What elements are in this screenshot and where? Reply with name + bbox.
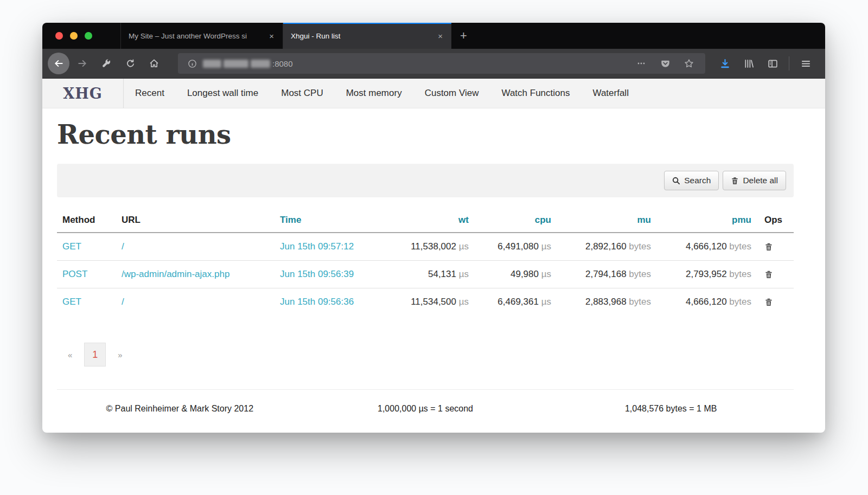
mu-unit: bytes (629, 297, 651, 307)
header-ops: Ops (757, 208, 794, 233)
close-tab-icon[interactable]: × (435, 30, 446, 42)
browser-toolbar: :8080 (42, 49, 825, 79)
main-content: Recent runs Search Delete all (42, 108, 825, 414)
library-button[interactable] (740, 55, 757, 72)
site-info-icon[interactable] (183, 55, 201, 72)
nav-item-longest-wall-time[interactable]: Longest wall time (176, 88, 270, 99)
url-port: :8080 (272, 59, 293, 68)
tab-title: Xhgui - Run list (291, 32, 435, 40)
pmu-unit: bytes (729, 269, 751, 279)
header-time-sort[interactable]: Time (275, 208, 388, 233)
back-button[interactable] (48, 53, 69, 74)
nav-item-most-cpu[interactable]: Most CPU (270, 88, 334, 99)
header-wt-sort[interactable]: wt (388, 208, 474, 233)
delete-run-trash-icon[interactable] (764, 270, 788, 279)
browser-window: My Site – Just another WordPress si × Xh… (42, 23, 825, 433)
header-mu-sort[interactable]: mu (557, 208, 656, 233)
pocket-icon[interactable] (656, 55, 674, 72)
library-icon (744, 59, 754, 69)
tab-my-site[interactable]: My Site – Just another WordPress si × (120, 23, 283, 49)
run-time-link[interactable]: Jun 15th 09:57:12 (280, 241, 354, 252)
pagination: « 1 » (61, 343, 794, 367)
developer-tools-button[interactable] (98, 55, 115, 72)
window-controls (55, 32, 92, 40)
forward-button[interactable] (74, 55, 91, 72)
minimize-window-button[interactable] (70, 32, 78, 40)
url-bar[interactable]: :8080 (178, 53, 705, 74)
cpu-value: 49,980 (510, 269, 539, 279)
run-url-link[interactable]: / (122, 241, 124, 252)
wrench-icon (102, 59, 111, 68)
search-icon (672, 177, 680, 185)
run-method-link[interactable]: GET (62, 241, 81, 252)
close-tab-icon[interactable]: × (266, 30, 277, 42)
run-url-link[interactable]: /wp-admin/admin-ajax.php (122, 269, 229, 279)
wt-unit: µs (459, 297, 469, 307)
cpu-unit: µs (541, 269, 551, 279)
menu-button[interactable] (797, 55, 814, 72)
cpu-unit: µs (541, 297, 551, 307)
header-method: Method (57, 208, 116, 233)
home-icon (149, 59, 159, 68)
pmu-unit: bytes (729, 241, 751, 252)
sidebar-icon (768, 59, 778, 69)
redacted-host-block (203, 60, 221, 68)
run-url-link[interactable]: / (122, 297, 124, 307)
header-pmu-sort[interactable]: pmu (656, 208, 757, 233)
redacted-host-block (251, 60, 270, 68)
nav-item-watch-functions[interactable]: Watch Functions (490, 88, 582, 99)
cpu-unit: µs (541, 241, 551, 252)
wt-value: 54,131 (428, 269, 456, 279)
forward-arrow-icon (78, 59, 87, 68)
mu-value: 2,883,968 (585, 297, 627, 307)
mu-unit: bytes (629, 269, 651, 279)
cpu-value: 6,469,361 (497, 297, 539, 307)
page-actions-icon[interactable] (633, 55, 650, 72)
tab-xhgui-run-list[interactable]: Xhgui - Run list × (283, 23, 451, 49)
mu-value: 2,892,160 (585, 241, 627, 252)
close-window-button[interactable] (55, 32, 63, 40)
run-time-link[interactable]: Jun 15th 09:56:36 (280, 297, 354, 307)
hamburger-icon (801, 59, 811, 69)
nav-item-custom-view[interactable]: Custom View (413, 88, 490, 99)
downloads-button[interactable] (716, 55, 733, 72)
wt-unit: µs (459, 269, 469, 279)
new-tab-button[interactable]: + (451, 23, 476, 49)
header-url: URL (116, 208, 275, 233)
run-method-link[interactable]: POST (62, 269, 87, 279)
reload-button[interactable] (122, 55, 139, 72)
run-time-link[interactable]: Jun 15th 09:56:39 (280, 269, 354, 279)
sidebar-toggle-button[interactable] (764, 55, 781, 72)
search-button[interactable]: Search (664, 171, 719, 190)
nav-items: Recent Longest wall time Most CPU Most m… (124, 79, 640, 108)
pagination-next[interactable]: » (111, 350, 129, 359)
wt-value: 11,538,002 (411, 241, 456, 252)
toolbar-divider (789, 56, 789, 70)
header-cpu-sort[interactable]: cpu (474, 208, 557, 233)
table-row: GET / Jun 15th 09:56:36 11,534,500 µs 6,… (57, 288, 794, 316)
xhgui-logo[interactable]: XHG (42, 79, 124, 108)
url-text: :8080 (203, 59, 293, 68)
actions-panel: Search Delete all (57, 164, 794, 197)
page-footer: © Paul Reinheimer & Mark Story 2012 1,00… (57, 389, 794, 414)
footer-copyright: © Paul Reinheimer & Mark Story 2012 (57, 404, 303, 414)
pmu-value: 4,666,120 (686, 241, 727, 252)
delete-run-trash-icon[interactable] (764, 298, 788, 307)
delete-run-trash-icon[interactable] (764, 242, 788, 252)
run-method-link[interactable]: GET (62, 297, 81, 307)
table-row: GET / Jun 15th 09:57:12 11,538,002 µs 6,… (57, 233, 794, 261)
home-button[interactable] (145, 55, 163, 72)
delete-all-button[interactable]: Delete all (723, 171, 786, 190)
wt-unit: µs (459, 241, 469, 252)
nav-item-most-memory[interactable]: Most memory (335, 88, 413, 99)
pagination-current-page[interactable]: 1 (84, 343, 106, 367)
tab-bar: My Site – Just another WordPress si × Xh… (42, 23, 825, 49)
table-row: POST /wp-admin/admin-ajax.php Jun 15th 0… (57, 261, 794, 288)
nav-item-waterfall[interactable]: Waterfall (581, 88, 640, 99)
redacted-host-block (224, 60, 248, 68)
bookmark-star-icon[interactable] (680, 55, 698, 72)
pagination-prev[interactable]: « (61, 350, 79, 359)
mu-value: 2,794,168 (585, 269, 627, 279)
nav-item-recent[interactable]: Recent (124, 88, 176, 99)
zoom-window-button[interactable] (85, 32, 92, 40)
